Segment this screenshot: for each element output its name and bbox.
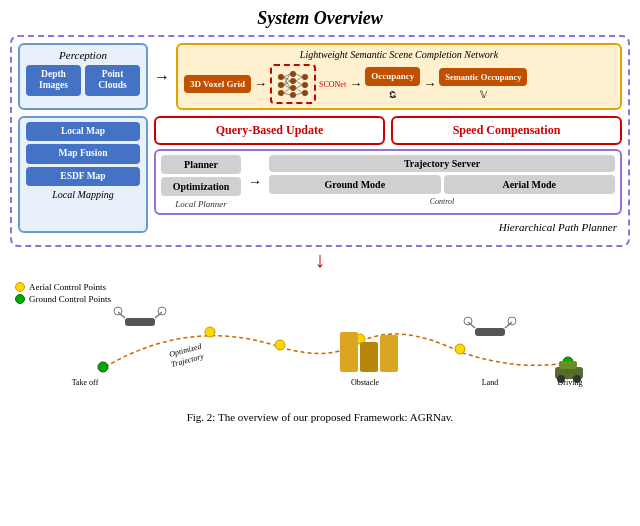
drone-right [464,317,516,336]
control-dot-4 [455,344,465,354]
semantic-occupancy-box: Semantic Occupancy [439,68,527,86]
svg-line-18 [296,74,302,77]
svg-point-1 [278,82,284,88]
trajectory-server-box: Trajectory Server [269,155,615,172]
car-top [559,361,577,369]
ground-dot-icon [15,294,25,304]
svg-point-3 [290,71,296,77]
speed-compensation-box: Speed Compensation [391,116,622,145]
svg-line-23 [296,93,302,95]
control-label: Control [269,197,615,206]
svg-point-6 [290,92,296,98]
obstacle-block1 [340,332,358,372]
perception-label: Perception [26,49,140,61]
right-arrow-planner-icon: → [248,174,262,190]
svg-rect-29 [475,328,505,336]
svg-point-2 [278,90,284,96]
drone-left [114,307,166,326]
voxel-grid-box: 3D Voxel Grid [184,75,251,94]
illustration: Aerial Control Points Ground Control Poi… [10,277,630,407]
svg-point-27 [114,307,122,315]
arrow-planner: → [245,155,265,209]
sconet-box [270,64,316,104]
local-mapping-items: Local Map Map Fusion ESDF Map [26,122,140,186]
legend-aerial: Aerial Control Points [15,282,111,292]
arrow-voxel: → [254,76,267,92]
query-update-box: Query-Based Update [154,116,385,145]
lsscn-row: 3D Voxel Grid → [184,64,614,104]
svg-point-7 [302,74,308,80]
control-dot-2 [275,340,285,350]
occupancy-box: Occupancy [365,67,420,86]
local-map-box: Local Map [26,122,140,141]
map-fusion-box: Map Fusion [26,144,140,163]
local-planner-label: Local Planner [161,199,241,209]
trajectory-col: Trajectory Server Ground Mode Aerial Mod… [269,155,615,209]
q-symbol: 𝕼 [365,89,420,101]
svg-line-20 [296,81,302,85]
hpp-label: Hierarchical Path Planner [154,221,622,233]
wheel-r [573,375,581,383]
ground-label: Ground Control Points [29,294,111,304]
query-speed-row: Query-Based Update Speed Compensation [154,116,622,145]
diagram-area: Perception Depth Images Point Clouds → L… [10,35,630,407]
svg-point-32 [464,317,472,325]
caption: Fig. 2: The overview of our proposed Fra… [10,411,630,423]
system-box: Perception Depth Images Point Clouds → L… [10,35,630,247]
middle-row: Local Map Map Fusion ESDF Map Local Mapp… [18,116,622,233]
obstacle-block3 [380,335,398,372]
takeoff-label: Take off [72,378,99,387]
svg-line-19 [296,77,302,81]
land-label: Land [482,378,498,387]
depth-images-box: Depth Images [26,65,81,96]
top-row: Perception Depth Images Point Clouds → L… [18,43,622,110]
aerial-dot-icon [15,282,25,292]
arrow-sconet: → [349,76,362,92]
semantic-col: Semantic Occupancy 𝕍 [439,68,527,100]
right-arrow-icon: → [154,68,170,86]
local-mapping-box: Local Map Map Fusion ESDF Map Local Mapp… [18,116,148,233]
arrow-occ: → [423,76,436,92]
svg-line-17 [284,93,290,95]
local-mapping-label: Local Mapping [26,189,140,200]
svg-line-21 [296,85,302,88]
svg-point-5 [290,85,296,91]
planner-box: Planner [161,155,241,174]
sconet-icon [275,69,311,99]
esdf-map-box: ESDF Map [26,167,140,186]
down-arrow-icon: ↓ [10,247,630,273]
point-clouds-box: Point Clouds [85,65,140,96]
v-symbol: 𝕍 [480,89,487,100]
takeoff-dot [98,362,108,372]
page-title: System Overview [10,8,630,29]
legend: Aerial Control Points Ground Control Poi… [15,282,111,306]
svg-point-0 [278,74,284,80]
middle-right: Query-Based Update Speed Compensation Pl… [154,116,622,233]
svg-point-28 [158,307,166,315]
arrow-perception-to-lsscn: → [154,43,170,110]
svg-point-33 [508,317,516,325]
aerial-mode-box: Aerial Mode [444,175,616,194]
obstacle-label: Obstacle [351,378,379,387]
planner-col: Planner Optimization Local Planner [161,155,241,209]
ground-mode-box: Ground Mode [269,175,441,194]
main-container: System Overview Perception Depth Images … [10,8,630,423]
aerial-label: Aerial Control Points [29,282,106,292]
lsscn-box: Lightweight Semantic Scene Completion Ne… [176,43,622,110]
svg-line-22 [296,88,302,93]
lsscn-label: Lightweight Semantic Scene Completion Ne… [184,49,614,60]
svg-line-16 [284,88,290,93]
svg-point-8 [302,82,308,88]
perception-items: Depth Images Point Clouds [26,65,140,96]
svg-point-4 [290,78,296,84]
svg-rect-24 [125,318,155,326]
obstacle-block2 [360,342,378,372]
wheel-l [557,375,565,383]
sconet-label: SCONet [319,80,346,89]
svg-point-9 [302,90,308,96]
perception-box: Perception Depth Images Point Clouds [18,43,148,110]
control-dot-1 [205,327,215,337]
output-boxes: Occupancy 𝕼 [365,67,420,101]
planner-area: Planner Optimization Local Planner → Tra… [154,149,622,215]
optimization-box: Optimization [161,177,241,196]
